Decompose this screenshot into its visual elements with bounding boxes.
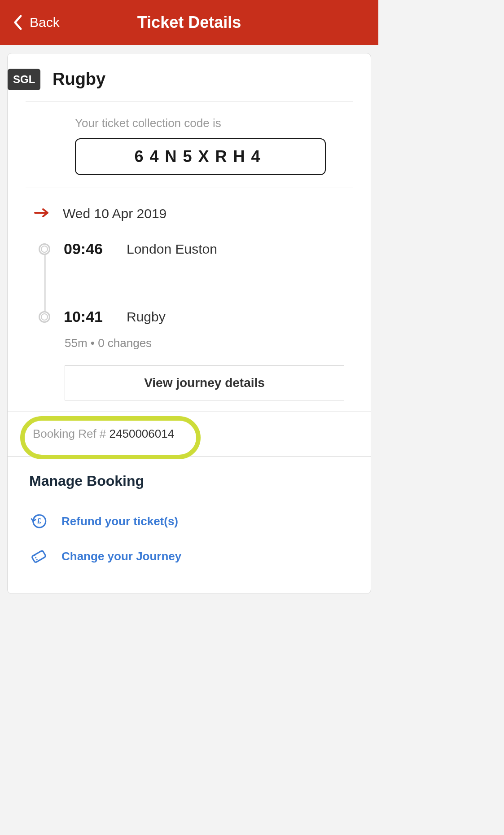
ticket-icon (29, 547, 48, 566)
manage-booking-title: Manage Booking (29, 473, 349, 489)
svg-rect-3 (31, 550, 46, 563)
booking-ref-value: 2450006014 (110, 427, 175, 440)
collection-code-value: 64N5XRH4 (75, 138, 326, 175)
booking-ref-row: Booking Ref # 2450006014 (8, 412, 371, 456)
refund-ticket-label: Refund your ticket(s) (61, 514, 178, 528)
journey-section: Wed 10 Apr 2019 09:46 London Euston 10:4… (7, 188, 371, 412)
refund-ticket-button[interactable]: £ Refund your ticket(s) (29, 504, 349, 539)
back-label: Back (30, 15, 60, 30)
booking-ref-label: Booking Ref # (33, 427, 110, 440)
refund-icon: £ (29, 512, 48, 531)
change-journey-button[interactable]: Change your Journey (29, 539, 349, 574)
departure-row: 09:46 London Euston (39, 240, 344, 258)
stop-circle-icon (39, 311, 50, 323)
ticket-card: SGL Rugby Your ticket collection code is… (7, 53, 371, 594)
arrival-station: Rugby (127, 309, 166, 325)
change-journey-label: Change your Journey (61, 549, 181, 563)
svg-text:£: £ (37, 517, 41, 525)
destination-row: SGL Rugby (26, 53, 353, 102)
manage-booking-section: Manage Booking £ Refund your ticket(s) C… (8, 456, 371, 593)
departure-time: 09:46 (64, 240, 113, 258)
arrival-row: 10:41 Rugby (39, 308, 344, 325)
arrival-time: 10:41 (64, 308, 113, 325)
ticket-type-badge: SGL (8, 69, 40, 90)
journey-line (44, 252, 46, 314)
collection-section: Your ticket collection code is 64N5XRH4 (26, 102, 353, 188)
app-header: Back Ticket Details (0, 0, 378, 45)
arrow-right-icon (34, 207, 49, 220)
destination-name: Rugby (53, 70, 105, 89)
chevron-left-icon (13, 14, 22, 31)
journey-date: Wed 10 Apr 2019 (63, 206, 167, 221)
svg-line-4 (34, 555, 38, 561)
collection-code-label: Your ticket collection code is (75, 116, 326, 130)
departure-station: London Euston (127, 242, 217, 257)
stop-circle-icon (39, 243, 50, 255)
journey-summary: 55m • 0 changes (65, 336, 344, 350)
journey-legs: 09:46 London Euston 10:41 Rugby (34, 240, 344, 325)
back-button[interactable]: Back (0, 14, 60, 31)
journey-date-row: Wed 10 Apr 2019 (34, 206, 344, 221)
view-journey-details-button[interactable]: View journey details (65, 365, 344, 400)
